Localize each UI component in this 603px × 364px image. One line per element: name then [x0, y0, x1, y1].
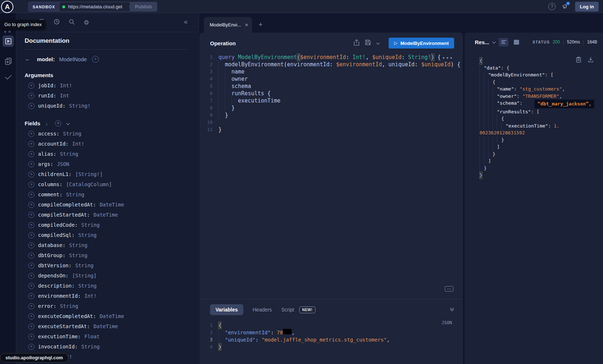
search-icon[interactable]: [68, 18, 75, 26]
publish-button[interactable]: Publish: [130, 2, 157, 12]
add-field-icon[interactable]: +: [28, 181, 34, 188]
add-field-icon[interactable]: +: [28, 171, 34, 177]
field-row[interactable]: +childrenL1:[String!]: [25, 169, 188, 179]
add-type-icon[interactable]: +: [92, 56, 99, 63]
sidebar-item-explorer[interactable]: [3, 35, 14, 47]
add-field-icon[interactable]: +: [28, 83, 34, 89]
tree-view-toggle[interactable]: [499, 38, 508, 46]
add-field-icon[interactable]: +: [28, 303, 34, 309]
add-field-icon[interactable]: +: [28, 103, 34, 109]
field-row[interactable]: +environmentId:Int!: [25, 291, 188, 301]
save-chevron-icon[interactable]: [376, 40, 380, 46]
sidebar-item-checks[interactable]: [0, 74, 16, 80]
field-row[interactable]: +compileCompletedAt:DateTime: [25, 200, 188, 210]
add-field-icon[interactable]: +: [28, 313, 34, 319]
field-row[interactable]: +compileStartedAt:DateTime: [25, 210, 188, 220]
add-field-icon[interactable]: +: [28, 323, 34, 330]
add-field-icon[interactable]: +: [28, 242, 34, 248]
code-line: "modelByEnvironment": [: [480, 71, 603, 79]
field-row[interactable]: +columns:[CatalogColumn]: [25, 179, 188, 189]
doc-type-name[interactable]: ModelNode: [59, 56, 87, 62]
sidebar-item-schema[interactable]: [0, 57, 16, 66]
add-field-icon[interactable]: +: [28, 344, 34, 350]
download-response-icon[interactable]: [588, 57, 594, 64]
variables-editor[interactable]: JSON 1{2"environmentId": 78,3"uniqueId":…: [200, 322, 463, 351]
tab-variables[interactable]: Variables: [210, 304, 243, 315]
field-row[interactable]: +jobId:Int!: [25, 80, 188, 91]
field-row[interactable]: +alias:String: [25, 149, 188, 159]
add-field-icon[interactable]: +: [28, 273, 34, 279]
field-row[interactable]: +database:String: [25, 240, 188, 250]
login-button[interactable]: Log in: [575, 2, 599, 12]
field-row[interactable]: +description:String: [25, 281, 188, 291]
field-row[interactable]: +dbtGroup:String: [25, 250, 188, 260]
field-row[interactable]: +accountId:Int!: [25, 139, 188, 149]
field-row[interactable]: +executeStartedAt:DateTime: [25, 321, 188, 331]
field-row[interactable]: +access:String: [25, 129, 188, 139]
back-arrow-icon[interactable]: ←: [25, 55, 33, 63]
history-icon[interactable]: [53, 18, 60, 26]
collapse-variables-icon[interactable]: [450, 306, 454, 313]
copy-response-icon[interactable]: [576, 57, 581, 64]
settings-gear-icon[interactable]: ⚙: [84, 19, 89, 26]
announcements-icon[interactable]: [561, 3, 569, 11]
response-chevron-icon[interactable]: [492, 39, 496, 45]
add-field-icon[interactable]: +: [28, 334, 34, 340]
add-field-icon[interactable]: +: [28, 161, 34, 167]
field-name: executeCompletedAt:: [38, 313, 96, 319]
add-field-icon[interactable]: +: [28, 151, 34, 157]
field-row[interactable]: +comment:String: [25, 189, 188, 200]
response-json[interactable]: {"data": {"modelByEnvironment": [{"name"…: [465, 51, 603, 179]
add-field-icon[interactable]: +: [28, 283, 34, 289]
field-type: String: [63, 131, 81, 137]
response-size: 164B: [587, 39, 597, 45]
field-row[interactable]: +invocationId:String: [25, 342, 188, 352]
help-icon[interactable]: ?: [548, 3, 556, 10]
endpoint-chip[interactable]: SANDBOX https://metadata.cloud.get ⚙: [28, 2, 138, 12]
endpoint-url[interactable]: https://metadata.cloud.get: [68, 4, 125, 9]
field-row[interactable]: +uniqueId:String!: [25, 101, 188, 111]
tab-close-icon[interactable]: ✕: [245, 22, 248, 28]
tab-script[interactable]: Script: [281, 307, 294, 313]
field-type: [String]: [72, 273, 96, 279]
field-row[interactable]: +executionTime:Float: [25, 331, 188, 342]
field-row[interactable]: +compiledCode:String: [25, 220, 188, 230]
field-row[interactable]: +dependsOn:[String]: [25, 271, 188, 281]
field-row[interactable]: +args:JSON: [25, 159, 188, 169]
add-field-icon[interactable]: +: [28, 252, 34, 259]
add-field-icon[interactable]: +: [28, 293, 34, 299]
add-field-icon[interactable]: +: [28, 212, 34, 218]
share-icon[interactable]: [353, 39, 360, 47]
add-field-icon[interactable]: +: [28, 141, 34, 147]
add-all-fields-icon[interactable]: +: [55, 120, 61, 126]
new-tab-icon[interactable]: +: [259, 21, 263, 29]
json-format-label: JSON: [441, 320, 452, 325]
operation-editor[interactable]: ••• 1query ModelByEnvironment($environme…: [200, 54, 463, 133]
field-row[interactable]: +compiledSql:String: [25, 230, 188, 240]
editor-menu-icon[interactable]: •••: [442, 55, 453, 61]
status-label: STATUS: [533, 40, 550, 44]
run-operation-button[interactable]: ▷ ModelByEnvironment: [389, 38, 454, 49]
add-field-icon[interactable]: +: [28, 202, 34, 208]
keyboard-shortcuts-icon[interactable]: [445, 286, 453, 292]
add-field-icon[interactable]: +: [28, 192, 34, 198]
table-view-toggle[interactable]: [511, 38, 521, 46]
field-row[interactable]: +error:String: [25, 301, 188, 311]
field-row[interactable]: +runId:Int: [25, 91, 188, 101]
sort-fields-icon[interactable]: ↓: [45, 121, 48, 126]
add-field-icon[interactable]: +: [28, 222, 34, 228]
tab-headers[interactable]: Headers: [253, 307, 272, 313]
add-field-icon[interactable]: +: [28, 93, 34, 99]
add-field-icon[interactable]: +: [28, 232, 34, 238]
add-field-icon[interactable]: +: [28, 263, 34, 269]
line-number: 9: [200, 112, 218, 119]
field-row[interactable]: +dbtVersion:String: [25, 260, 188, 271]
add-field-icon[interactable]: +: [28, 131, 34, 137]
tab-modelbyenvironment[interactable]: ModelByEnvi... ✕: [204, 17, 252, 33]
save-icon[interactable]: [365, 39, 371, 47]
field-row[interactable]: +executeCompletedAt:DateTime: [25, 311, 188, 321]
field-type: String: [81, 222, 100, 228]
chevron-down-icon[interactable]: [66, 120, 70, 126]
collapse-panel-icon[interactable]: «: [184, 18, 188, 26]
apollo-logo[interactable]: A: [1, 1, 13, 13]
